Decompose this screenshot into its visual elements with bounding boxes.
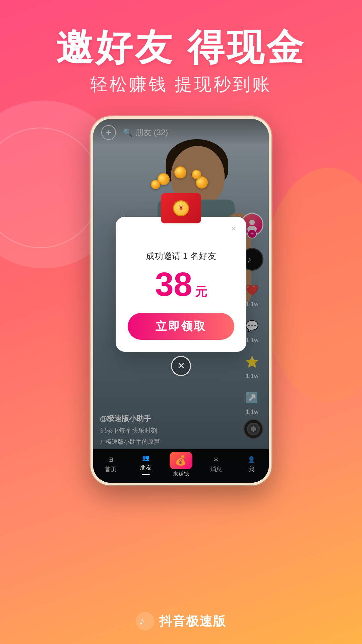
phone-screen: + 🔍 朋友 (32) xyxy=(93,119,269,483)
bottom-nav: ⊞ 首页 👥 朋友 💰 来赚钱 ✉ xyxy=(93,449,269,483)
popup-invite-text: 成功邀请 1 名好友 xyxy=(128,250,234,262)
popup-amount-unit: 元 xyxy=(195,284,207,300)
money-bag-icon: 💰 xyxy=(175,455,187,466)
dismiss-x-icon: ✕ xyxy=(177,360,185,371)
nav-profile-label: 我 xyxy=(248,465,254,473)
nav-messages-label: 消息 xyxy=(210,465,222,473)
reward-popup-card: ¥ × xyxy=(116,217,246,352)
coin-4 xyxy=(151,180,160,189)
earn-badge-icon: 💰 xyxy=(170,452,192,469)
nav-item-friends[interactable]: 👥 朋友 xyxy=(132,454,159,475)
nav-item-profile[interactable]: 👤 我 xyxy=(238,456,265,473)
svg-point-3 xyxy=(136,612,155,631)
popup-dismiss-circle[interactable]: ✕ xyxy=(171,356,191,376)
close-x-icon: × xyxy=(231,223,236,234)
nav-item-home[interactable]: ⊞ 首页 xyxy=(97,456,124,473)
bottom-branding: ♪ 抖音极速版 xyxy=(0,612,362,631)
coins-decoration: ¥ xyxy=(147,190,215,223)
red-envelope: ¥ xyxy=(161,193,201,223)
svg-text:♪: ♪ xyxy=(139,615,144,627)
header-section: 邀好友 得现金 轻松赚钱 提现秒到账 xyxy=(0,0,362,96)
popup-overlay: ¥ × xyxy=(93,119,269,449)
phone-container: + 🔍 朋友 (32) xyxy=(0,116,362,485)
popup-close-button[interactable]: × xyxy=(228,223,240,235)
sub-title: 轻松赚钱 提现秒到账 xyxy=(0,73,362,96)
message-icon: ✉ xyxy=(214,456,219,463)
phone-mockup: + 🔍 朋友 (32) xyxy=(90,116,272,485)
popup-amount-number: 38 xyxy=(155,267,192,301)
popup-content: 成功邀请 1 名好友 38 元 立即领取 xyxy=(116,217,246,340)
nav-item-earn[interactable]: 💰 来赚钱 xyxy=(168,452,194,478)
app-name: 抖音极速版 xyxy=(159,613,226,630)
profile-icon: 👤 xyxy=(248,456,255,463)
earn-badge: 💰 来赚钱 xyxy=(170,452,192,478)
red-env-body: ¥ xyxy=(161,193,201,223)
friends-nav-icon: 👥 xyxy=(142,454,149,462)
nav-friends-label: 朋友 xyxy=(140,464,152,472)
popup-amount-row: 38 元 xyxy=(128,267,234,301)
red-env-gold-circle: ¥ xyxy=(173,200,189,216)
nav-item-messages[interactable]: ✉ 消息 xyxy=(203,456,230,473)
nav-home-label: 首页 xyxy=(105,465,117,473)
coin-2 xyxy=(173,165,187,179)
tiktok-logo: ♪ xyxy=(136,612,155,631)
claim-reward-button[interactable]: 立即领取 xyxy=(128,313,234,340)
nav-earn-label: 来赚钱 xyxy=(173,471,189,478)
main-title: 邀好友 得现金 xyxy=(0,27,362,67)
home-icon: ⊞ xyxy=(108,456,113,463)
